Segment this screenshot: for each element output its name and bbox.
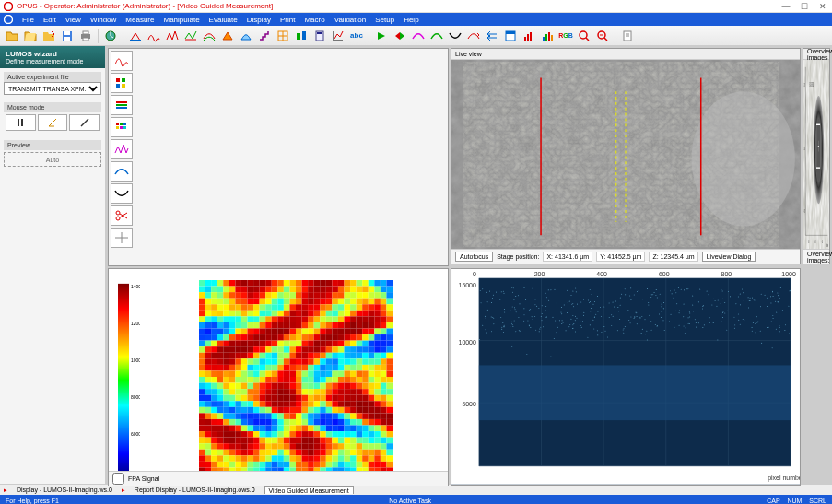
svg-rect-364 <box>277 328 284 334</box>
atr-icon[interactable] <box>219 28 236 44</box>
svg-rect-779 <box>272 407 278 414</box>
tab-display[interactable]: Display - LUMOS-II-Imaging.ws.0 <box>13 486 116 493</box>
svg-rect-788 <box>326 407 333 414</box>
liveview-dialog-button[interactable]: Liveview Dialog <box>702 252 756 262</box>
red-blue-tool-icon[interactable] <box>127 28 144 44</box>
stairs-icon[interactable] <box>256 28 273 44</box>
menu-file[interactable]: File <box>22 16 34 24</box>
curve-green-icon[interactable] <box>428 28 445 44</box>
chart-rainbow-icon[interactable] <box>539 28 556 44</box>
curve-pink-icon[interactable] <box>410 28 427 44</box>
rgb-text-icon[interactable]: RGB <box>557 28 574 44</box>
curve-black-icon[interactable] <box>447 28 463 44</box>
rtool-crosshair-icon[interactable] <box>111 228 133 248</box>
region-icon[interactable] <box>293 28 310 44</box>
svg-rect-248 <box>350 304 357 311</box>
abc-icon[interactable]: abc <box>348 28 365 44</box>
svg-point-1158 <box>580 325 581 326</box>
svg-rect-437 <box>332 341 338 347</box>
svg-point-1140 <box>560 312 561 313</box>
measure-icon[interactable] <box>102 28 119 44</box>
svg-rect-984 <box>350 443 357 450</box>
svg-rect-765 <box>381 401 387 407</box>
fpa-signal-checkbox[interactable] <box>112 473 124 485</box>
save-icon[interactable] <box>59 28 76 44</box>
svg-point-1497 <box>555 321 556 322</box>
tab-video-guided[interactable]: Video Guided Measurement <box>264 486 354 494</box>
maximize-button[interactable]: ☐ <box>799 2 810 11</box>
menu-print[interactable]: Print <box>280 16 295 24</box>
preview-auto-button[interactable]: Auto <box>4 152 101 167</box>
menu-manipulate[interactable]: Manipulate <box>163 16 199 24</box>
transpose-icon[interactable] <box>484 28 500 44</box>
svg-rect-477 <box>381 346 387 353</box>
unload-icon[interactable] <box>41 28 57 44</box>
svg-point-1367 <box>542 305 543 306</box>
integrate-icon[interactable] <box>238 28 254 44</box>
multi-curve-icon[interactable] <box>201 28 217 44</box>
baseline-tool-icon[interactable] <box>182 28 199 44</box>
zoom-out-icon[interactable] <box>594 28 611 44</box>
menu-validation[interactable]: Validation <box>334 16 367 24</box>
window-icon[interactable] <box>502 28 519 44</box>
tab-report[interactable]: Report Display - LUMOS-II-Imaging.ows.0 <box>131 486 259 493</box>
autofocus-button[interactable]: Autofocus <box>455 252 493 262</box>
menu-macro[interactable]: Macro <box>304 16 324 24</box>
folder-icon[interactable] <box>22 28 39 44</box>
mouse-mode-angle[interactable] <box>38 114 68 131</box>
calculator-icon[interactable] <box>311 28 328 44</box>
svg-rect-123 <box>369 280 375 287</box>
open-icon[interactable] <box>4 28 20 44</box>
menu-help[interactable]: Help <box>404 16 418 24</box>
rtool-spectrum2-icon[interactable] <box>111 139 133 159</box>
axis-tool-icon[interactable] <box>330 28 346 44</box>
print-icon[interactable] <box>77 28 94 44</box>
back-forward-icon[interactable] <box>392 28 408 44</box>
minimize-button[interactable]: — <box>780 2 791 11</box>
live-view-image[interactable] <box>451 60 800 249</box>
menu-view[interactable]: View <box>65 16 81 24</box>
forward-icon[interactable] <box>373 28 390 44</box>
svg-point-1426 <box>689 323 690 324</box>
svg-point-1510 <box>611 314 612 315</box>
rtool-blue-curve-icon[interactable] <box>111 161 133 182</box>
svg-rect-794 <box>362 407 369 414</box>
svg-rect-869 <box>235 425 241 431</box>
menu-display[interactable]: Display <box>247 16 271 24</box>
overview-image[interactable]: BACKGROUND 2000 3000 4000 -3000 -2000 -1… <box>803 60 829 249</box>
grid-tool-icon[interactable] <box>275 28 291 44</box>
chart-red-icon[interactable] <box>521 28 537 44</box>
svg-rect-284 <box>374 311 381 317</box>
rtool-grid-icon[interactable] <box>111 117 133 137</box>
menu-setup[interactable]: Setup <box>375 16 394 24</box>
svg-rect-465 <box>308 346 314 353</box>
svg-rect-830 <box>386 413 393 419</box>
peak-tool-icon[interactable] <box>164 28 181 44</box>
close-button[interactable]: ✕ <box>817 2 828 11</box>
main-toolbar: abc RGB <box>0 26 832 46</box>
report-icon[interactable] <box>619 28 636 44</box>
zoom-in-icon[interactable] <box>576 28 592 44</box>
menu-evaluate[interactable]: Evaluate <box>209 16 238 24</box>
svg-rect-493 <box>284 353 290 359</box>
heatmap-image[interactable] <box>144 269 448 485</box>
spectrum-plot[interactable]: 0 200 400 600 800 1000 5000 10000 15000 … <box>451 269 800 485</box>
menu-window[interactable]: Window <box>90 16 116 24</box>
svg-rect-817 <box>308 413 314 419</box>
rtool-palette-icon[interactable] <box>111 73 133 93</box>
svg-rect-312 <box>350 316 357 322</box>
experiment-file-dropdown[interactable]: TRANSMIT TRANSA XPM.xpm <box>4 82 101 95</box>
curve-arrow-icon[interactable] <box>465 28 482 44</box>
svg-point-1361 <box>782 310 783 311</box>
rtool-spectrum-icon[interactable] <box>111 51 133 71</box>
mouse-mode-line[interactable] <box>69 114 100 131</box>
rtool-stack-icon[interactable] <box>111 95 133 115</box>
menu-measure[interactable]: Measure <box>125 16 154 24</box>
menu-edit[interactable]: Edit <box>43 16 56 24</box>
svg-rect-71 <box>116 78 120 82</box>
spectrum-tool-icon[interactable] <box>146 28 162 44</box>
mouse-mode-select[interactable] <box>6 114 36 131</box>
rtool-scissors-icon[interactable] <box>111 205 133 226</box>
rtool-black-curve-icon[interactable] <box>111 183 133 204</box>
svg-rect-507 <box>369 353 375 359</box>
